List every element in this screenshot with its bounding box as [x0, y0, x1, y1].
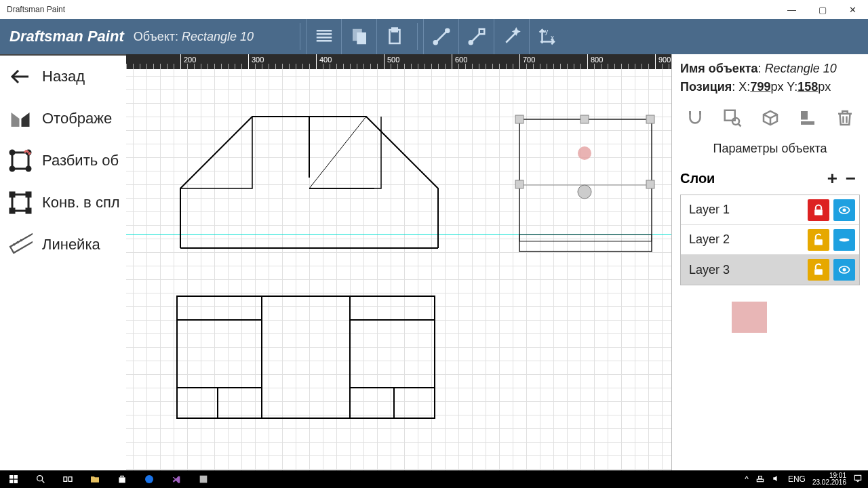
search-object-icon — [722, 108, 743, 131]
pos-y-value[interactable]: 158 — [797, 80, 818, 94]
canvas-area[interactable]: 200300400500600700800900 — [126, 54, 671, 470]
svg-point-23 — [10, 150, 14, 155]
inspect-button[interactable] — [719, 107, 746, 131]
connector-tool-button[interactable] — [458, 19, 494, 54]
align-button[interactable] — [794, 107, 821, 131]
sidebar-back[interactable]: Назад — [0, 56, 126, 98]
sidebar-display[interactable]: Отображе — [0, 98, 126, 140]
layer-name: Layer 1 — [689, 203, 730, 217]
line-icon — [431, 26, 452, 47]
svg-rect-72 — [814, 269, 823, 274]
pos-x-value[interactable]: 799 — [750, 80, 770, 94]
visualstudio-button[interactable] — [163, 470, 190, 488]
store-button[interactable] — [108, 470, 136, 488]
trash-icon — [835, 108, 855, 131]
svg-rect-70 — [814, 239, 823, 245]
layer-row[interactable]: Layer 2 — [681, 225, 859, 255]
align-icon — [797, 108, 818, 131]
object-params-title: Параметры объекта — [680, 139, 860, 165]
maximize-button[interactable]: ▢ — [807, 0, 837, 19]
align-tool-button[interactable] — [306, 19, 341, 54]
svg-point-25 — [10, 167, 14, 171]
svg-rect-53 — [646, 115, 654, 123]
language-indicator[interactable]: ENG — [788, 474, 806, 484]
ruler-tick-label: 900 — [658, 56, 671, 64]
remove-layer-button[interactable]: − — [842, 168, 860, 189]
svg-line-62 — [738, 124, 741, 127]
layer-lock-toggle[interactable] — [808, 199, 829, 221]
task-view-button[interactable] — [54, 470, 81, 488]
axes-tool-button[interactable]: yx — [529, 19, 564, 54]
paste-button[interactable] — [376, 19, 412, 54]
layer-row[interactable]: Layer 3 — [681, 255, 859, 285]
display-icon — [7, 105, 34, 132]
ruler-icon — [7, 231, 34, 258]
svg-marker-20 — [12, 113, 20, 127]
svg-rect-31 — [26, 209, 31, 213]
back-arrow-icon — [7, 63, 34, 90]
layer-visibility-toggle[interactable] — [833, 259, 855, 281]
start-button[interactable] — [0, 470, 27, 488]
minimize-button[interactable]: — — [776, 0, 807, 19]
svg-point-26 — [26, 167, 31, 171]
svg-rect-88 — [759, 476, 762, 479]
ruler-tick-label: 200 — [184, 56, 196, 64]
magnet-icon — [685, 108, 705, 131]
system-tray[interactable]: ^ ENG 19:01 23.02.2016 — [745, 472, 868, 486]
layer-name: Layer 3 — [689, 263, 730, 277]
ruler-tick-label: 300 — [252, 56, 264, 64]
shape-house[interactable] — [174, 110, 445, 259]
explorer-button[interactable] — [81, 470, 108, 488]
svg-point-57 — [578, 185, 591, 199]
edge-button[interactable] — [136, 470, 163, 488]
active-object-label: Объект: Rectangle 10 — [134, 30, 254, 44]
shape-selected-rect[interactable] — [513, 113, 662, 262]
snap-button[interactable] — [682, 107, 709, 131]
svg-rect-7 — [392, 28, 397, 32]
pin-button[interactable] — [732, 302, 767, 333]
align-lines-icon — [314, 26, 334, 47]
svg-point-56 — [578, 146, 591, 160]
sidebar-convert-spline[interactable]: Конв. в спл — [0, 182, 126, 224]
svg-text:x: x — [551, 34, 554, 41]
svg-point-85 — [145, 475, 153, 483]
svg-text:y: y — [545, 28, 548, 35]
svg-rect-83 — [64, 477, 67, 482]
copy-button[interactable] — [341, 19, 376, 54]
add-layer-button[interactable]: + — [823, 168, 842, 189]
ruler-tick-label: 400 — [319, 56, 332, 64]
close-button[interactable]: ✕ — [837, 0, 868, 19]
layer-lock-toggle[interactable] — [808, 229, 829, 251]
svg-rect-63 — [801, 111, 808, 120]
svg-rect-84 — [68, 477, 72, 482]
magic-tool-button[interactable] — [494, 19, 529, 54]
ruler-tick-label: 800 — [591, 56, 603, 64]
network-icon[interactable] — [755, 474, 765, 485]
layers-header: Слои + − — [680, 165, 860, 195]
svg-rect-79 — [9, 480, 13, 483]
window-titlebar: Draftsman Paint — ▢ ✕ — [0, 0, 868, 19]
tray-expand-icon[interactable]: ^ — [745, 474, 749, 484]
svg-line-37 — [180, 117, 252, 188]
search-button[interactable] — [27, 470, 54, 488]
drawing-canvas[interactable] — [126, 69, 671, 470]
delete-button[interactable] — [831, 107, 859, 131]
line-tool-button[interactable] — [423, 19, 458, 54]
layer-visibility-toggle[interactable] — [833, 199, 855, 221]
sidebar-ruler[interactable]: Линейка — [0, 224, 126, 266]
svg-rect-87 — [757, 479, 763, 482]
sidebar-break-object[interactable]: Разбить об — [0, 140, 126, 182]
layer-lock-toggle[interactable] — [808, 259, 829, 281]
object-info: Имя объекта: Rectangle 10 Позиция: X:799… — [680, 60, 860, 96]
volume-icon[interactable] — [772, 474, 781, 485]
layer-row[interactable]: Layer 1 — [681, 195, 859, 225]
app-running-button[interactable] — [190, 470, 217, 488]
shape-plan[interactable] — [174, 293, 438, 422]
page-settings-button[interactable] — [781, 302, 809, 333]
layer-visibility-toggle[interactable] — [833, 229, 855, 251]
clock[interactable]: 19:01 23.02.2016 — [812, 472, 846, 486]
svg-rect-55 — [646, 180, 654, 188]
break-icon — [7, 147, 34, 174]
3d-button[interactable] — [757, 107, 784, 131]
notifications-button[interactable] — [853, 474, 863, 485]
